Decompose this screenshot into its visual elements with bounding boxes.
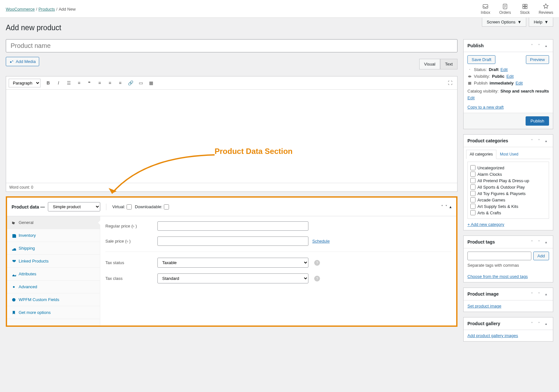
category-item[interactable]: All Pretend Play & Dress-up [470,177,546,184]
paragraph-select[interactable]: Paragraph [9,79,40,87]
category-checkbox[interactable] [470,197,475,202]
product-data-metabox: Product data — Simple product Virtual: D… [6,196,457,327]
tab-all-categories[interactable]: All categories [466,150,496,159]
move-up-icon[interactable]: ˄ [529,291,535,297]
move-down-icon[interactable]: ˅ [536,239,542,245]
toggle-icon[interactable]: ▴ [543,291,549,297]
pd-tab-get-more-options[interactable]: Get more options [7,306,100,319]
screen-options-button[interactable]: Screen Options ▼ [482,18,526,27]
category-item[interactable]: Uncategorized [470,165,546,171]
toolbar-toggle-button[interactable]: ▦ [146,78,155,87]
category-item[interactable]: All Toy Figures & Playsets [470,190,546,197]
move-down-icon[interactable]: ˅ [445,204,448,209]
tax-class-select[interactable]: Standard [157,273,308,283]
toggle-icon[interactable]: ▴ [543,43,549,49]
tab-visual[interactable]: Visual [419,59,440,69]
add-new-category-link[interactable]: + Add new category [467,222,549,227]
sale-price-input[interactable] [157,236,308,246]
move-down-icon[interactable]: ˅ [536,321,542,326]
link-button[interactable]: 🔗 [126,78,135,87]
copy-draft-link[interactable]: Copy to a new draft [467,105,549,110]
add-tag-button[interactable]: Add [533,252,549,260]
orders-nav[interactable]: Orders [499,3,511,15]
publish-button[interactable]: Publish [526,116,549,126]
bullet-list-button[interactable]: ☰ [64,78,73,87]
help-button[interactable]: Help ▼ [529,18,553,27]
category-checkbox[interactable] [470,165,475,170]
italic-button[interactable]: I [54,78,63,87]
category-item[interactable]: All Sports & Outdoor Play [470,184,546,190]
virtual-checkbox-label[interactable]: Virtual: [112,204,131,209]
pd-tab-general[interactable]: General [7,216,100,229]
pd-tab-advanced[interactable]: Advanced [7,281,100,293]
category-item[interactable]: Arts & Crafts [470,209,546,216]
pd-tab-shipping[interactable]: Shipping [7,242,100,255]
set-product-image-link[interactable]: Set product image [467,304,501,308]
svg-point-8 [12,298,16,301]
category-checkbox[interactable] [470,210,475,215]
move-up-icon[interactable]: ˄ [529,43,535,49]
downloadable-checkbox-label[interactable]: Downloadable: [135,204,169,209]
bold-button[interactable]: B [44,78,53,87]
toggle-icon[interactable]: ▴ [543,321,549,326]
move-up-icon[interactable]: ˄ [529,321,535,326]
category-checkbox[interactable] [470,204,475,209]
tax-status-select[interactable]: Taxable [157,258,308,268]
tag-input[interactable] [467,252,531,260]
edit-catalog-link[interactable]: Edit [467,95,475,100]
toggle-icon[interactable]: ▴ [543,138,549,144]
category-checkbox[interactable] [470,184,475,190]
product-type-select[interactable]: Simple product [48,202,100,211]
move-down-icon[interactable]: ˅ [536,291,542,297]
tab-most-used[interactable]: Most Used [496,150,522,159]
category-checkbox[interactable] [470,178,475,183]
move-up-icon[interactable]: ˄ [529,138,535,144]
fullscreen-button[interactable]: ⛶ [446,78,455,87]
toggle-icon[interactable]: ▴ [543,239,549,245]
category-item[interactable]: Arcade Games [470,197,546,203]
editor-textarea[interactable] [6,90,457,183]
category-checkbox[interactable] [470,191,475,196]
add-media-button[interactable]: Add Media [6,57,39,66]
reviews-nav[interactable]: Reviews [539,3,553,15]
quote-button[interactable]: ❝ [85,78,94,87]
regular-price-input[interactable] [157,221,308,231]
edit-status-link[interactable]: Edit [501,67,508,72]
breadcrumb-root[interactable]: WooCommerce [6,7,35,12]
stock-nav[interactable]: Stock [520,3,530,15]
toggle-panel-icon[interactable]: ▴ [449,204,452,209]
product-title-input[interactable] [6,39,457,52]
virtual-checkbox[interactable] [127,204,132,209]
align-right-button[interactable]: ≡ [116,78,125,87]
reviews-icon [543,3,549,10]
category-item[interactable]: Alarm Clocks [470,171,546,177]
breadcrumb-products[interactable]: Products [39,7,55,12]
add-gallery-images-link[interactable]: Add product gallery images [467,333,518,338]
help-icon[interactable]: ? [314,276,320,281]
help-icon[interactable]: ? [314,260,320,266]
number-list-button[interactable]: ≡ [75,78,84,87]
edit-visibility-link[interactable]: Edit [506,74,513,79]
inbox-nav[interactable]: Inbox [481,3,490,15]
schedule-link[interactable]: Schedule [312,239,330,244]
align-center-button[interactable]: ≡ [105,78,114,87]
tab-text[interactable]: Text [440,59,457,69]
choose-tags-link[interactable]: Choose from the most used tags [467,274,549,279]
pd-tab-linked-products[interactable]: Linked Products [7,255,100,268]
move-up-icon[interactable]: ˄ [529,239,535,245]
move-down-icon[interactable]: ˅ [536,43,542,49]
tags-heading: Product tags [467,239,495,245]
category-checkbox[interactable] [470,172,475,177]
edit-publish-link[interactable]: Edit [516,81,523,85]
pd-tab-wpfm-custom-fields[interactable]: WPFM Custom Fields [7,293,100,306]
preview-button[interactable]: Preview [526,55,549,64]
category-item[interactable]: Art Supply Sets & Kits [470,203,546,209]
pd-tab-attributes[interactable]: Attributes [7,268,100,281]
more-button[interactable]: ▭ [136,78,145,87]
align-left-button[interactable]: ≡ [95,78,104,87]
pd-tab-inventory[interactable]: Inventory [7,229,100,242]
downloadable-checkbox[interactable] [164,204,169,209]
save-draft-button[interactable]: Save Draft [467,55,495,64]
move-down-icon[interactable]: ˅ [536,138,542,144]
move-up-icon[interactable]: ˄ [441,204,443,209]
